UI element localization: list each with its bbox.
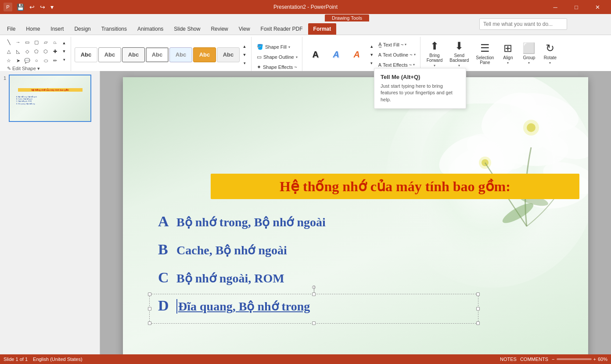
shape-outline-button[interactable]: ▭ Shape Outline ▾ bbox=[255, 52, 299, 62]
maximize-button[interactable]: □ bbox=[566, 0, 586, 14]
shape-styles-row-1: Abc Abc Abc Abc Abc Abc Abc bbox=[75, 47, 240, 62]
shape-diamond[interactable]: ◇ bbox=[23, 47, 32, 56]
shape-hexagon[interactable]: ⬡ bbox=[41, 47, 50, 56]
shape-callout[interactable]: 💬 bbox=[23, 56, 32, 65]
save-button[interactable]: 💾 bbox=[15, 3, 26, 11]
search-input[interactable] bbox=[479, 18, 567, 30]
slide-thumbnail[interactable]: hệ thống nhớ của máy tính bao gồm A. Bộ … bbox=[9, 75, 91, 122]
selection-pane-button[interactable]: ☰ SelectionPane bbox=[473, 38, 496, 69]
shape-fill-label: Shape Fill bbox=[265, 44, 287, 50]
shape-star[interactable]: ☆ bbox=[4, 56, 13, 65]
tab-foxitreader[interactable]: Foxit Reader PDF bbox=[255, 23, 308, 35]
shape-style-2[interactable]: Abc bbox=[98, 47, 121, 62]
shape-arrow-line[interactable]: → bbox=[14, 38, 22, 46]
tab-slideshow[interactable]: Slide Show bbox=[169, 23, 205, 35]
shape-triangle[interactable]: △ bbox=[4, 47, 13, 56]
text-fill-button[interactable]: A̲ Text Fill ~ ▾ bbox=[377, 40, 417, 50]
option-a-letter: A bbox=[158, 213, 171, 230]
text-effects-dropdown[interactable]: ▾ bbox=[413, 63, 415, 67]
title-bar-left: P 💾 ↩ ↪ ▾ bbox=[4, 3, 55, 11]
shape-outline-dropdown[interactable]: ▾ bbox=[296, 55, 298, 59]
styles-scroll-up[interactable]: ▲ bbox=[241, 43, 248, 50]
shape-style-4[interactable]: Abc bbox=[146, 47, 169, 62]
rotate-handle-line bbox=[314, 285, 314, 293]
rotate-button[interactable]: ↻ Rotate ▾ bbox=[540, 38, 560, 69]
text-outline-button[interactable]: A Text Outline ~ ▾ bbox=[377, 50, 417, 60]
zoom-out-button[interactable]: − bbox=[552, 357, 554, 362]
tab-insert[interactable]: Insert bbox=[45, 23, 69, 35]
wordart-scroll-up[interactable]: ▲ bbox=[368, 43, 376, 50]
bring-forward-dropdown[interactable]: ▾ bbox=[434, 64, 435, 68]
shape-fill-button[interactable]: 🪣 Shape Fill ▾ bbox=[255, 42, 299, 52]
shapes-scroll-down[interactable]: ▼ bbox=[60, 47, 68, 55]
shapes-expand[interactable]: ▾ bbox=[60, 56, 68, 64]
shape-trapezoid[interactable]: ⏢ bbox=[50, 38, 59, 46]
tab-design[interactable]: Design bbox=[69, 23, 96, 35]
shape-style-7[interactable]: Abc bbox=[217, 47, 240, 62]
option-d[interactable]: D Đĩa quang, Bộ nhớ trong bbox=[158, 297, 326, 314]
align-button[interactable]: ⊞ Align ▾ bbox=[498, 38, 518, 69]
option-a-text: Bộ nhớ trong, Bộ nhớ ngoài bbox=[176, 215, 326, 229]
shape-line[interactable]: ╲ bbox=[4, 38, 13, 46]
wordart-style-3[interactable]: A bbox=[347, 46, 367, 63]
rotate-icon: ↻ bbox=[546, 42, 554, 54]
redo-button[interactable]: ↪ bbox=[38, 3, 47, 11]
bring-forward-button[interactable]: ⬆ BringForward ▾ bbox=[424, 38, 446, 69]
styles-expand[interactable]: ▾ bbox=[241, 59, 248, 67]
shape-plus[interactable]: ✚ bbox=[50, 47, 59, 56]
shape-cylinder[interactable]: ⬭ bbox=[41, 56, 50, 65]
styles-scroll-down[interactable]: ▼ bbox=[241, 51, 248, 59]
group-dropdown[interactable]: ▾ bbox=[528, 61, 530, 65]
tab-transitions[interactable]: Transitions bbox=[96, 23, 132, 35]
insert-shapes-content: ╲ → ▭ ▢ ▱ ⏢ △ ◺ ◇ ⬠ ⬡ ✚ ☆ ➤ 💬 ○ ⬭ ✏ ▲ bbox=[4, 38, 68, 65]
rotate-handle[interactable] bbox=[312, 285, 316, 289]
tab-review[interactable]: Review bbox=[205, 23, 233, 35]
shape-style-3[interactable]: Abc bbox=[122, 47, 145, 62]
align-dropdown[interactable]: ▾ bbox=[507, 61, 509, 65]
shape-freeform[interactable]: ✏ bbox=[50, 56, 59, 65]
tab-format[interactable]: Format bbox=[308, 23, 337, 35]
tab-home[interactable]: Home bbox=[21, 23, 45, 35]
text-fill-label: Text Fill ~ bbox=[383, 42, 404, 47]
send-backward-button[interactable]: ⬇ SendBackward ▾ bbox=[447, 38, 471, 69]
wordart-style-1[interactable]: A bbox=[306, 46, 325, 63]
slide-thumb-content: hệ thống nhớ của máy tính bao gồm A. Bộ … bbox=[10, 75, 90, 121]
wordart-style-2[interactable]: A bbox=[327, 46, 346, 63]
wordart-scroll-down[interactable]: ▼ bbox=[368, 51, 376, 59]
send-backward-dropdown[interactable]: ▾ bbox=[458, 64, 460, 68]
slide-canvas[interactable]: Hệ thống nhớ của máy tính bao gồm: A Bộ … bbox=[123, 77, 588, 358]
shape-parallelogram[interactable]: ▱ bbox=[41, 38, 50, 46]
shape-effects-button[interactable]: ✦ Shape Effects ~ bbox=[255, 62, 299, 72]
wordart-expand[interactable]: ▾ bbox=[368, 59, 376, 67]
slide-title-box[interactable]: Hệ thống nhớ của máy tính bao gồm: bbox=[211, 174, 579, 199]
rotate-dropdown[interactable]: ▾ bbox=[549, 61, 551, 65]
shape-rect[interactable]: ▭ bbox=[23, 38, 32, 46]
svg-point-6 bbox=[527, 123, 536, 132]
shape-style-5[interactable]: Abc bbox=[169, 47, 192, 62]
shape-fill-dropdown[interactable]: ▾ bbox=[288, 45, 290, 49]
shape-pentagon[interactable]: ⬠ bbox=[32, 47, 41, 56]
shape-circle[interactable]: ○ bbox=[32, 56, 41, 65]
group-button[interactable]: ⬜ Group ▾ bbox=[519, 38, 539, 69]
language-info: English (United States) bbox=[33, 357, 83, 362]
shape-arrow-right[interactable]: ➤ bbox=[14, 56, 22, 65]
notes-button[interactable]: NOTES bbox=[500, 357, 517, 362]
text-fill-dropdown[interactable]: ▾ bbox=[405, 43, 406, 46]
shape-right-triangle[interactable]: ◺ bbox=[14, 47, 22, 56]
shapes-scroll-up[interactable]: ▲ bbox=[60, 39, 68, 47]
comments-button[interactable]: COMMENTS bbox=[520, 357, 548, 362]
shape-rounded-rect[interactable]: ▢ bbox=[32, 38, 41, 46]
thumb-title: hệ thống nhớ của máy tính bao gồm bbox=[18, 88, 83, 92]
tab-file[interactable]: File bbox=[2, 23, 21, 35]
tab-animations[interactable]: Animations bbox=[132, 23, 169, 35]
shape-style-6[interactable]: Abc bbox=[193, 47, 216, 62]
undo-button[interactable]: ↩ bbox=[28, 3, 36, 11]
tab-view[interactable]: View bbox=[234, 23, 255, 35]
zoom-slider[interactable] bbox=[557, 358, 592, 360]
text-outline-dropdown[interactable]: ▾ bbox=[414, 53, 416, 57]
shape-style-1[interactable]: Abc bbox=[75, 47, 97, 62]
zoom-in-button[interactable]: + bbox=[593, 357, 596, 362]
minimize-button[interactable]: ─ bbox=[545, 0, 565, 14]
customize-button[interactable]: ▾ bbox=[49, 3, 55, 11]
close-button[interactable]: ✕ bbox=[587, 0, 607, 14]
